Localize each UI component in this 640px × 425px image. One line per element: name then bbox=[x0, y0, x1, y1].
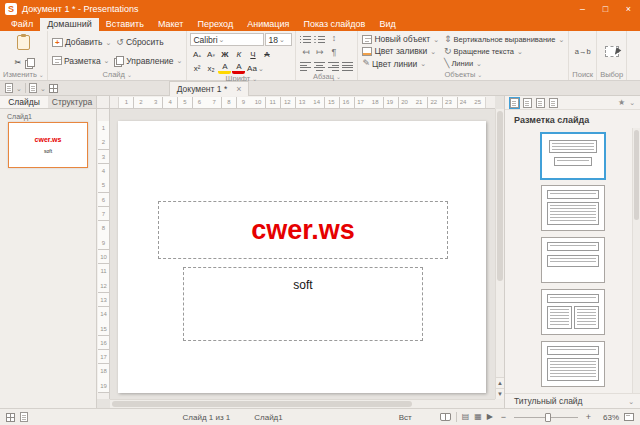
copy-icon[interactable] bbox=[27, 58, 35, 67]
new-document-caret-icon[interactable]: ⌄ bbox=[16, 85, 22, 92]
ribbon-tab[interactable]: Файл bbox=[4, 18, 40, 31]
ribbon-tab[interactable]: Вид bbox=[372, 18, 402, 31]
add-slide-button[interactable]: Добавить bbox=[51, 36, 112, 48]
increase-indent-button[interactable]: ↦ bbox=[313, 47, 326, 58]
fit-to-window-icon[interactable] bbox=[624, 413, 634, 421]
change-case-button[interactable]: Аа bbox=[246, 63, 264, 74]
maximize-button[interactable]: □ bbox=[594, 0, 617, 18]
horizontal-scrollbar[interactable] bbox=[110, 399, 495, 408]
select-objects-icon[interactable] bbox=[605, 46, 619, 57]
vertical-align-button[interactable]: ⇕Вертикальное выравнивание bbox=[443, 33, 565, 45]
ribbon-tab[interactable]: Анимация bbox=[240, 18, 296, 31]
open-document-caret-icon[interactable]: ⌄ bbox=[40, 85, 46, 92]
document-tab[interactable]: Документ 1 * × bbox=[169, 81, 250, 96]
favorites-star-icon[interactable]: ★ bbox=[618, 99, 625, 107]
group-label-objects[interactable]: Объекты bbox=[361, 70, 565, 80]
layout-pane-icon[interactable] bbox=[510, 98, 519, 108]
close-button[interactable]: × bbox=[617, 0, 640, 18]
underline-button[interactable]: Ч bbox=[246, 49, 259, 60]
strikethrough-button[interactable]: А bbox=[260, 49, 273, 60]
ribbon-tab[interactable]: Показ слайдов bbox=[296, 18, 372, 31]
reset-slide-button[interactable]: ↺Сбросить bbox=[115, 36, 183, 48]
layout-menu-caret-icon[interactable]: ⌄ bbox=[628, 398, 634, 405]
title-placeholder[interactable]: cwer.ws bbox=[158, 201, 448, 259]
manage-slides-button[interactable]: Управление bbox=[115, 55, 183, 67]
horizontal-scrollbar-thumb[interactable] bbox=[112, 401, 412, 407]
ruler-number: 6 bbox=[192, 97, 207, 108]
shrink-font-button[interactable]: А bbox=[204, 49, 217, 60]
normal-view-icon[interactable]: ▤ bbox=[462, 413, 470, 421]
zoom-in-button[interactable]: + bbox=[583, 412, 594, 423]
cut-icon[interactable]: ✂ bbox=[11, 57, 24, 68]
animation-pane-icon[interactable] bbox=[549, 98, 558, 108]
previous-slide-button[interactable]: ▲ bbox=[496, 377, 504, 388]
align-center-button[interactable] bbox=[313, 61, 326, 72]
layout-thumbnail-title-slide[interactable] bbox=[541, 133, 605, 179]
task-pane-scrollbar-thumb[interactable] bbox=[634, 130, 639, 220]
minimize-button[interactable]: – bbox=[571, 0, 594, 18]
new-document-icon[interactable] bbox=[5, 83, 13, 93]
notes-icon[interactable] bbox=[20, 412, 28, 422]
tab-list-icon[interactable] bbox=[49, 84, 58, 93]
layout-thumbnail-content-only[interactable] bbox=[541, 341, 605, 387]
slide-thumbnail[interactable]: cwer.ws soft bbox=[8, 122, 88, 168]
layout-thumbnail-title-content[interactable] bbox=[541, 185, 605, 231]
zoom-slider-thumb[interactable] bbox=[545, 413, 551, 422]
slide-sorter-icon[interactable]: ▦ bbox=[474, 413, 482, 421]
numbered-list-button[interactable] bbox=[313, 33, 326, 44]
theme-icon[interactable] bbox=[6, 413, 15, 422]
font-name-select[interactable]: Calibri bbox=[190, 33, 264, 46]
italic-button[interactable]: К bbox=[232, 49, 245, 60]
slides-panel-tab[interactable]: Слайды bbox=[0, 96, 48, 108]
spellcheck-icon[interactable] bbox=[440, 413, 451, 421]
fill-color-button[interactable]: Цвет заливки bbox=[361, 45, 440, 57]
highlight-color-button[interactable]: А bbox=[218, 63, 231, 74]
paste-icon[interactable] bbox=[17, 35, 30, 50]
vertical-scrollbar-thumb[interactable] bbox=[497, 111, 503, 281]
zoom-out-button[interactable]: − bbox=[498, 412, 509, 423]
ribbon-tab[interactable]: Вставить bbox=[99, 18, 151, 31]
title-bar: S Документ 1 * - Presentations – □ × bbox=[0, 0, 640, 18]
group-label-slide[interactable]: Слайд bbox=[51, 70, 184, 80]
zoom-level[interactable]: 63% bbox=[599, 413, 619, 422]
decrease-indent-button[interactable]: ↤ bbox=[299, 47, 312, 58]
layout-thumbnail-section[interactable] bbox=[541, 237, 605, 283]
slide-canvas[interactable]: cwer.ws soft bbox=[118, 121, 486, 393]
subscript-button[interactable]: x₂ bbox=[204, 63, 217, 74]
insert-mode-indicator[interactable]: Вст bbox=[399, 413, 412, 422]
next-slide-button[interactable]: ▼ bbox=[496, 388, 504, 399]
superscript-button[interactable]: x² bbox=[190, 63, 203, 74]
open-document-icon[interactable] bbox=[29, 83, 37, 93]
bullet-list-button[interactable] bbox=[299, 33, 312, 44]
group-label-edit[interactable]: Изменить bbox=[3, 70, 44, 80]
ribbon-tab[interactable]: Домашний bbox=[40, 18, 99, 31]
zoom-slider[interactable] bbox=[514, 412, 578, 423]
font-size-select[interactable]: 18 bbox=[265, 33, 292, 46]
layout-thumbnail-two-content[interactable] bbox=[541, 289, 605, 335]
find-replace-button[interactable]: a→b bbox=[573, 43, 593, 61]
line-color-button[interactable]: ✎Цвет линии bbox=[361, 58, 440, 70]
document-tab-close-icon[interactable]: × bbox=[236, 84, 241, 94]
slideshow-icon[interactable]: ▶ bbox=[487, 413, 493, 421]
line-spacing-button[interactable]: ↕ bbox=[327, 33, 340, 44]
justify-button[interactable] bbox=[341, 61, 354, 72]
align-right-button[interactable] bbox=[327, 61, 340, 72]
text-rotation-button[interactable]: ↻Вращение текста bbox=[443, 45, 565, 57]
lines-button[interactable]: ╲Линии bbox=[443, 58, 565, 70]
grow-font-button[interactable]: А bbox=[190, 49, 203, 60]
vertical-scrollbar[interactable]: ▲ ▼ bbox=[495, 109, 504, 399]
task-pane-scrollbar[interactable] bbox=[632, 128, 640, 393]
new-object-button[interactable]: Новый объект bbox=[361, 33, 440, 45]
paragraph-marks-button[interactable]: ¶ bbox=[327, 47, 340, 58]
design-pane-icon[interactable] bbox=[523, 98, 532, 108]
align-left-button[interactable] bbox=[299, 61, 312, 72]
subtitle-placeholder[interactable]: soft bbox=[183, 267, 423, 341]
bold-button[interactable]: Ж bbox=[218, 49, 231, 60]
slide-layout-button[interactable]: Разметка bbox=[51, 55, 112, 67]
slides-panel-tab[interactable]: Структура bbox=[48, 96, 96, 108]
pane-menu-caret-icon[interactable]: ⌄ bbox=[629, 99, 635, 106]
transition-pane-icon[interactable] bbox=[536, 98, 545, 108]
font-color-button[interactable]: А bbox=[232, 63, 245, 74]
ribbon-tab[interactable]: Переход bbox=[190, 18, 240, 31]
ribbon-tab[interactable]: Макет bbox=[151, 18, 190, 31]
